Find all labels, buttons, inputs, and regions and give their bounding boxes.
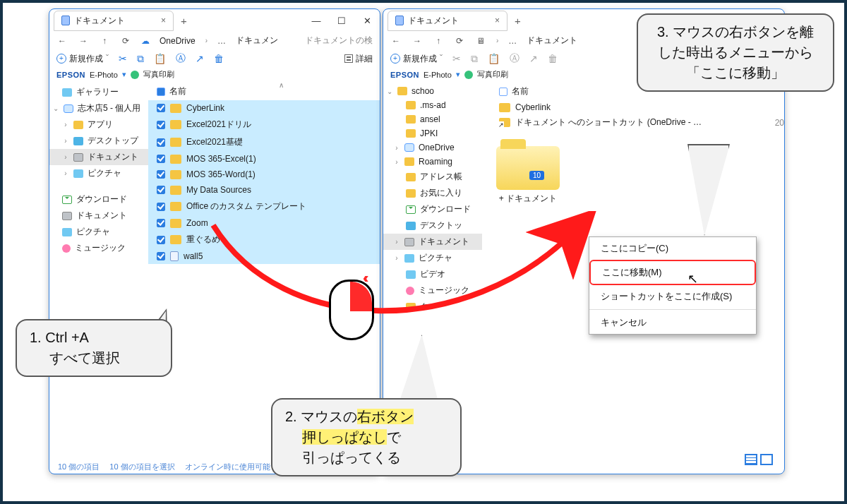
sidebar-msad[interactable]: .ms-ad xyxy=(383,98,482,112)
tab-title: ドキュメント xyxy=(408,15,459,27)
file-row[interactable]: Cyberlink xyxy=(499,100,784,114)
print-icon xyxy=(464,71,473,79)
tab-documents[interactable]: ドキュメント × xyxy=(54,11,174,31)
menu-shortcut-here[interactable]: ショートカットをここに作成(S) xyxy=(589,285,756,308)
refresh-icon[interactable]: ⟳ xyxy=(120,36,131,46)
file-row[interactable]: Zoom xyxy=(148,215,380,231)
new-button[interactable]: +新規作成 ˇ xyxy=(390,53,443,65)
cloud-icon: ☁ xyxy=(141,36,150,46)
forward-icon[interactable]: → xyxy=(78,36,89,46)
file-icon xyxy=(395,16,404,25)
search-placeholder[interactable]: ドキュメントの検 xyxy=(305,35,373,47)
copy-icon[interactable]: ⧉ xyxy=(471,53,478,65)
file-row[interactable]: MOS 365-Word(1) xyxy=(148,167,380,182)
rename-icon[interactable]: Ⓐ xyxy=(176,52,186,65)
share-icon[interactable]: ↗ xyxy=(529,53,538,64)
view-detail-button[interactable]: 詳細 xyxy=(344,53,373,65)
sidebar-downloads[interactable]: ダウンロード xyxy=(49,191,148,208)
tab-add-button[interactable]: + xyxy=(507,15,528,27)
copy-icon[interactable]: ⧉ xyxy=(137,53,144,65)
minimize-button[interactable]: — xyxy=(304,16,329,26)
sidebar-music[interactable]: ミュージック xyxy=(49,240,148,256)
tab-close-icon[interactable]: × xyxy=(495,16,500,25)
drop-caption: + ドキュメント xyxy=(489,193,567,205)
back-icon[interactable]: ← xyxy=(390,36,402,46)
sidebar-roaming[interactable]: ›Roaming xyxy=(383,155,482,169)
breadcrumb-onedrive[interactable]: OneDrive xyxy=(160,36,196,46)
file-row[interactable]: Excel2021ドリル xyxy=(148,116,380,133)
sidebar-jpki[interactable]: JPKI xyxy=(383,126,482,140)
tab-close-icon[interactable]: × xyxy=(161,16,166,25)
breadcrumb-ellipsis[interactable]: … xyxy=(508,36,517,46)
cut-icon[interactable]: ✂ xyxy=(452,53,461,64)
sidebar-documents[interactable]: ›ドキュメント xyxy=(49,149,148,165)
up-icon[interactable]: ↑ xyxy=(433,36,444,46)
file-row[interactable]: Excel2021基礎 xyxy=(148,133,380,151)
share-icon[interactable]: ↗ xyxy=(196,53,204,64)
rename-icon[interactable]: Ⓐ xyxy=(510,52,519,65)
tab-documents[interactable]: ドキュメント × xyxy=(388,11,507,31)
sidebar-desktop[interactable]: デスクトッ xyxy=(383,217,482,234)
forward-icon[interactable]: → xyxy=(412,36,423,46)
status-selected: 10 個の項目を選択 xyxy=(109,462,174,472)
select-all-checkbox[interactable] xyxy=(157,88,165,96)
delete-icon[interactable]: 🗑 xyxy=(214,53,224,64)
new-button[interactable]: +新規作成 ˇ xyxy=(56,53,109,65)
column-name[interactable]: 名前 xyxy=(512,85,529,97)
up-icon[interactable]: ↑ xyxy=(99,36,110,46)
file-row[interactable]: My Data Sources xyxy=(148,182,380,198)
back-icon[interactable]: ← xyxy=(56,36,68,46)
file-row[interactable]: Office のカスタム テンプレート xyxy=(148,198,380,215)
view-toggle[interactable] xyxy=(745,454,773,465)
file-row[interactable]: CyberLink xyxy=(148,100,380,116)
sidebar-onedrive[interactable]: ›OneDrive xyxy=(383,140,482,155)
maximize-button[interactable]: ☐ xyxy=(329,16,354,26)
sidebar-desktop[interactable]: ›デスクトップ xyxy=(49,133,148,149)
column-header[interactable]: 名前 ∧ xyxy=(148,83,380,100)
sidebar-gallery[interactable]: ギャラリー xyxy=(49,84,148,100)
sidebar-ansel[interactable]: ansel xyxy=(383,112,482,126)
menu-cancel[interactable]: キャンセル xyxy=(589,311,756,334)
paste-icon[interactable]: 📋 xyxy=(488,53,500,64)
column-name[interactable]: 名前 xyxy=(169,85,186,97)
sidebar-account[interactable]: ⌄志木店5 - 個人用 xyxy=(49,100,148,116)
sidebar-pictures[interactable]: ›ピクチャ xyxy=(383,250,482,266)
file-row[interactable]: 重ぐるめ xyxy=(148,231,380,248)
sidebar-apps[interactable]: ›アプリ xyxy=(49,116,148,133)
refresh-icon[interactable]: ⟳ xyxy=(454,36,465,46)
sidebar-downloads[interactable]: ダウンロード xyxy=(383,201,482,217)
breadcrumb-doc[interactable]: ドキュメント xyxy=(527,35,577,47)
menu-copy-here[interactable]: ここにコピー(C) xyxy=(589,237,756,260)
chevron-icon: › xyxy=(496,37,498,44)
epson-bar: EPSON E-Photo ▾ 写真印刷 xyxy=(49,68,380,83)
sidebar-address[interactable]: アドレス帳 xyxy=(383,169,482,185)
sidebar-documents[interactable]: ›ドキュメント xyxy=(383,234,482,250)
breadcrumb-ellipsis[interactable]: … xyxy=(217,36,226,46)
file-row[interactable]: ドキュメント へのショートカット (OneDrive - …20 xyxy=(499,114,784,131)
cut-icon[interactable]: ✂ xyxy=(119,53,127,64)
sidebar-documents2[interactable]: ドキュメント xyxy=(49,208,148,224)
grid-view-icon[interactable] xyxy=(760,454,773,465)
drop-target-folder[interactable]: 10 + ドキュメント xyxy=(489,146,567,205)
breadcrumb-doc[interactable]: ドキュメン xyxy=(236,35,278,47)
file-row[interactable]: MOS 365-Excel(1) xyxy=(148,151,380,167)
list-view-icon[interactable] xyxy=(745,454,757,465)
sidebar: ギャラリー ⌄志木店5 - 個人用 ›アプリ ›デスクトップ ›ドキュメント ›… xyxy=(49,83,148,460)
sidebar-video[interactable]: ビデオ xyxy=(383,266,482,282)
tab-add-button[interactable]: + xyxy=(174,15,194,27)
select-all-checkbox[interactable] xyxy=(499,88,507,96)
menu-move-here[interactable]: ここに移動(M) xyxy=(589,260,756,285)
sidebar-fav[interactable]: お気に入り xyxy=(383,185,482,201)
file-row[interactable]: wall5 xyxy=(148,248,380,264)
sidebar-pictures[interactable]: ›ピクチャ xyxy=(49,165,148,181)
sidebar-music[interactable]: ミュージック xyxy=(383,282,482,299)
pc-icon[interactable]: 🖥 xyxy=(475,36,486,46)
paste-icon[interactable]: 📋 xyxy=(154,53,166,64)
close-button[interactable]: ✕ xyxy=(354,16,380,26)
sidebar-link[interactable]: ク xyxy=(383,299,482,315)
delete-icon[interactable]: 🗑 xyxy=(548,53,558,64)
sidebar-schoo[interactable]: ⌄schoo xyxy=(383,84,482,98)
sidebar-pictures2[interactable]: ピクチャ xyxy=(49,224,148,240)
epson-app: E-Photo xyxy=(90,71,118,79)
epson-print[interactable]: 写真印刷 xyxy=(143,69,174,80)
